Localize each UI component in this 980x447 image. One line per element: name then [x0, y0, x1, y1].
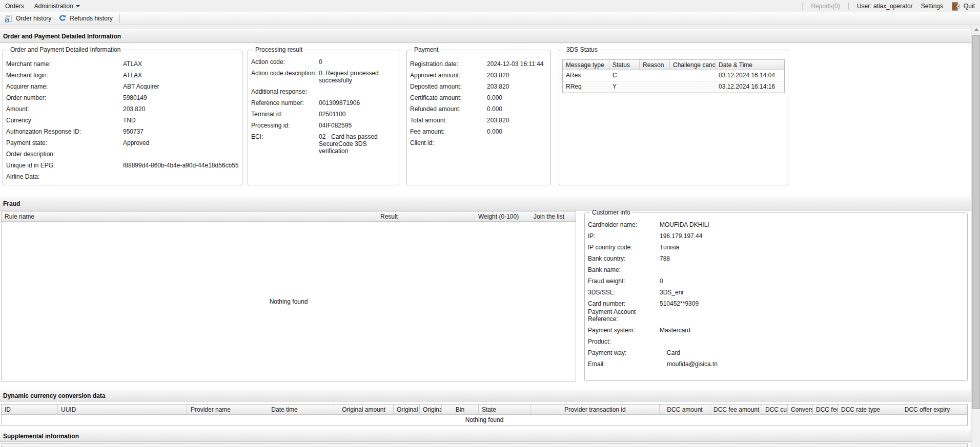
threeds-status-legend: 3DS Status [564, 46, 600, 53]
field-label: Cardholder name: [588, 221, 660, 228]
field-value: 203.820 [123, 106, 239, 113]
field-value: 510452**9309 [660, 300, 964, 307]
field-value: Card [660, 349, 964, 356]
field-row: Deposited amount:203.820 [410, 81, 547, 92]
section-header-fraud: Fraud [0, 197, 971, 210]
field-row: Fee amount:0.000 [410, 126, 547, 137]
menu-separator [802, 3, 803, 10]
col-header-status: Status [609, 60, 640, 70]
cell-status: C [609, 70, 640, 81]
field-row: Bank country:788 [588, 255, 964, 262]
field-row: Payment Account Reference: [588, 308, 964, 323]
menu-orders[interactable]: Orders [0, 1, 29, 12]
threeds-row[interactable]: ARes C 03.12.2024 16:14:04 [563, 70, 784, 81]
field-row: Action code:0 [251, 58, 396, 66]
field-value: 0.000 [487, 95, 547, 101]
field-row: Unique id in EPG:f88899d4-860b-4b4e-a90d… [6, 160, 239, 171]
col-header-rule-name: Rule name [2, 211, 377, 222]
toolbar-separator [119, 14, 120, 23]
section-title: Dynamic currency conversion data [3, 392, 105, 399]
field-value: TND [123, 117, 239, 124]
scrollbar-thumb[interactable] [972, 35, 980, 409]
menu-quit[interactable]: Quit [951, 2, 975, 11]
field-label: ECI: [251, 133, 319, 140]
section-header-dcc: Dynamic currency conversion data [0, 389, 971, 401]
field-label: Authorization Response ID: [6, 129, 123, 135]
field-row: Certificate amount:0.000 [410, 92, 547, 103]
field-label: Action code description: [251, 70, 319, 77]
field-row: Fraud weight:0 [588, 278, 964, 285]
field-row: Cardholder name:MOUFIDA DKHILI [588, 221, 964, 228]
field-label: Unique id in EPG: [6, 162, 123, 169]
current-user-label: User: atlax_operator [857, 3, 913, 10]
toolbar: Order history Refunds history [0, 12, 980, 25]
field-label: Terminal id: [251, 111, 319, 118]
field-row: Merchant login:ATLAX [6, 70, 239, 81]
field-value: 196.179.197.44 [660, 232, 964, 240]
field-label: Merchant login: [6, 72, 123, 79]
field-label: Airline Data: [6, 174, 123, 180]
col-header-datetime: Date & Time [716, 60, 784, 70]
field-value: ATLAX [123, 61, 239, 68]
menu-administration[interactable]: Administration [29, 1, 85, 12]
col-header-id: ID [2, 405, 58, 415]
field-value: 0 [319, 58, 396, 66]
field-label: Product: [588, 338, 660, 345]
field-value: moufida@gisica.tn [660, 360, 964, 368]
processing-result-legend: Processing result [253, 46, 304, 53]
refunds-history-label: Refunds history [70, 15, 112, 22]
col-header-reason: Reason [640, 60, 670, 70]
field-row: Card number:510452**9309 [588, 300, 964, 307]
supplemental-table-header-partial [1, 443, 968, 447]
field-row: Refunded amount:0.000 [410, 103, 547, 115]
field-row: Payment way:Card [588, 349, 964, 356]
field-label: Acquirer name: [6, 83, 123, 90]
field-value: 0: Request processed successfully [319, 70, 396, 84]
threeds-table-header: Message type Status Reason Challenge can… [563, 60, 784, 70]
field-value: 0.000 [487, 129, 547, 135]
cell-message-type: ARes [563, 70, 609, 81]
col-header-state: State [479, 405, 531, 415]
menu-orders-label: Orders [5, 3, 24, 10]
field-value: 203.820 [487, 83, 547, 90]
col-header-dcc-fee-amount: DCC fee amount [710, 405, 762, 415]
col-header-dcc-currency: DCC curr [762, 405, 788, 415]
field-label: Currency: [6, 117, 123, 124]
customer-info-fieldset: Customer info Cardholder name:MOUFIDA DK… [584, 209, 968, 381]
field-label: Registration date: [410, 61, 487, 68]
field-label: Card number: [588, 300, 660, 307]
scrollbar-up-button[interactable] [972, 25, 980, 34]
menu-reports[interactable]: Reports(0) [811, 3, 840, 10]
menu-bar: Orders Administration Reports(0) User: a… [0, 0, 980, 12]
field-label: Order number: [6, 95, 123, 101]
col-header-uuid: UUID [58, 405, 187, 415]
field-value: 02501100 [319, 111, 396, 118]
menu-settings[interactable]: Settings [921, 3, 943, 10]
field-label: Action code: [251, 58, 319, 66]
field-row: Acquirer name:ABT Acquirer [6, 81, 239, 92]
field-row: Currency:TND [6, 115, 239, 126]
field-label: Processing id: [251, 122, 319, 129]
field-label: Email: [588, 360, 660, 368]
exit-door-icon [951, 2, 960, 11]
field-row: Payment system:Mastercard [588, 327, 964, 334]
col-header-join-the-list: Join the list [522, 211, 576, 222]
field-row: Order number:5980149 [6, 92, 239, 103]
col-header-original-currency: Original c [420, 405, 442, 415]
vertical-scrollbar[interactable] [971, 25, 980, 447]
threeds-row[interactable]: RReq Y 03.12.2024 16:14:16 [563, 81, 784, 93]
field-label: Approved amount: [410, 72, 487, 79]
col-header-dcc-rate-type: DCC rate type [838, 405, 887, 415]
field-row: ECI:02 - Card has passed SecureCode 3DS … [251, 133, 396, 155]
dcc-table: ID UUID Provider name Date time Original… [1, 404, 968, 425]
refunds-history-button[interactable]: Refunds history [56, 13, 117, 24]
field-label: Fee amount: [410, 129, 487, 135]
section-title: Fraud [3, 200, 20, 207]
field-label: Merchant name: [6, 61, 123, 68]
field-label: Payment system: [588, 327, 660, 334]
menu-administration-label: Administration [34, 3, 73, 10]
field-label: Certificate amount: [410, 95, 487, 101]
order-history-label: Order history [16, 15, 51, 22]
order-history-button[interactable]: Order history [3, 13, 56, 24]
field-value: Approved [123, 140, 239, 146]
